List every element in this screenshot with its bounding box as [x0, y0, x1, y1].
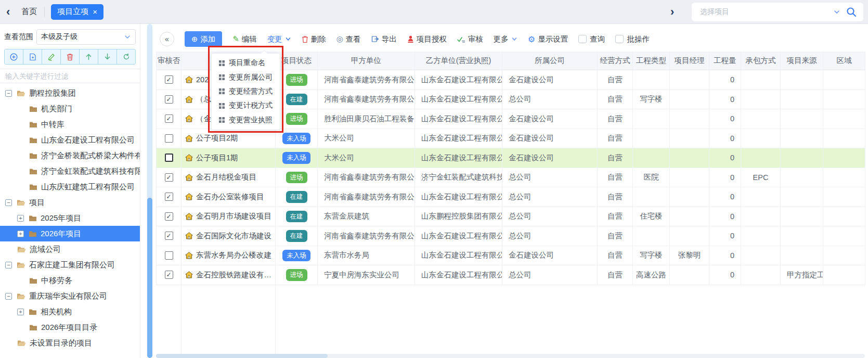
table-row[interactable]: ✓ 金石办公室装修项目 在建 河南省鑫泰建筑劳务有限公 山东金石建设工程有限公司… [157, 187, 865, 207]
project-select[interactable]: 选择项目 [692, 3, 863, 21]
home-tab[interactable]: 首页 [21, 7, 37, 17]
tree-item[interactable]: − 石家庄建工集团有限公司 [0, 257, 140, 273]
change-menu-item[interactable]: 变更所属公司 [212, 71, 280, 84]
search-icon[interactable] [846, 6, 857, 18]
refresh-icon[interactable] [117, 49, 135, 64]
tab-close-icon[interactable]: × [93, 8, 97, 16]
add-circle-icon[interactable] [5, 49, 23, 64]
row-checkbox[interactable]: ✓ [165, 271, 173, 279]
batch-checkbox[interactable]: 批操作 [615, 34, 650, 44]
table-row[interactable]: 公子项目1期 未入场 大米公司 山东金石建设工程有限公司 金石建设公司 自营 0 [157, 148, 865, 168]
tree-item[interactable]: 机关部门 [0, 101, 140, 117]
tree-toggle-icon[interactable]: + [17, 215, 24, 222]
tree-item[interactable]: 中移劳务 [0, 273, 140, 288]
back-icon[interactable]: ‹ [6, 6, 10, 18]
scope-select[interactable]: 本级及子级 [36, 29, 136, 45]
header-cell[interactable]: 甲方单位 [318, 52, 415, 70]
row-checkbox[interactable]: ✓ [165, 114, 173, 123]
table-row[interactable]: ✓ 金石明月市场建设项目 在建 东营金辰建筑 山东鹏程控股集团有限公司 总公司 … [157, 207, 865, 227]
change-button[interactable]: 变更 [267, 34, 291, 44]
tree-item[interactable]: + 相关机构 [0, 304, 140, 319]
tree-toggle-icon[interactable]: − [5, 262, 12, 268]
header-cell[interactable]: 审核否 [157, 52, 182, 70]
row-checkbox[interactable]: ✓ [165, 75, 173, 84]
forward-icon[interactable]: › [670, 6, 674, 18]
tree-item[interactable]: 山东庆虹建筑工程有限公司 [0, 179, 140, 195]
tree-toggle-icon[interactable]: + [17, 231, 24, 237]
row-checkbox[interactable] [165, 134, 173, 143]
change-menu-item[interactable]: 变更营业执照 [212, 113, 280, 127]
tree-item[interactable]: + 2026年项目 [0, 226, 140, 241]
tree-item[interactable]: 济宁金虹装配式建筑科技有限公 [0, 163, 140, 179]
cell-quantity: 0 [709, 168, 741, 188]
add-button[interactable]: ⊕添加 [185, 31, 222, 47]
change-menu-item[interactable]: 变更计税方式 [212, 99, 280, 112]
tree-item[interactable]: 流域公司 [0, 241, 140, 257]
cell-company: 总公司 [502, 168, 598, 188]
row-checkbox[interactable] [165, 251, 173, 260]
table-row[interactable]: ✓ 金石国际文化市场建设 在建 河南省鑫泰建筑劳务有限公 山东金石建设工程有限公… [157, 226, 865, 246]
checkbox[interactable] [615, 35, 624, 43]
header-cell[interactable]: 项目状态 [276, 52, 318, 70]
row-checkbox[interactable]: ✓ [165, 193, 173, 201]
export-button[interactable]: 导出 [371, 34, 397, 44]
row-checkbox[interactable]: ✓ [165, 95, 173, 104]
edit-button[interactable]: ✎编辑 [232, 34, 257, 44]
delete-button[interactable]: 删除 [302, 34, 326, 44]
home-icon [185, 271, 193, 278]
audit-button[interactable]: 审核 [457, 34, 483, 44]
query-checkbox[interactable]: 查询 [578, 34, 605, 44]
tree-item-label: 机关部门 [41, 104, 72, 114]
row-checkbox[interactable]: ✓ [165, 212, 173, 221]
change-menu-item[interactable]: 项目重命名 [212, 56, 280, 70]
grid-icon [219, 74, 225, 80]
tree-item[interactable]: 2026年项目目录 [0, 319, 140, 335]
row-checkbox[interactable] [165, 154, 173, 162]
more-button[interactable]: 更多 [494, 34, 517, 44]
move-up-icon[interactable] [80, 49, 98, 64]
table-row[interactable]: 东营水务局办公楼改建 未入场 东营市水务局 山东金石建设工程有限公司 金石建设公… [157, 246, 865, 266]
row-checkbox[interactable]: ✓ [165, 173, 173, 182]
cell-quantity: 0 [709, 129, 741, 149]
view-button[interactable]: ◎查看 [336, 34, 361, 44]
tree-item[interactable]: 济宁金桥装配式桥梁大构件有 [0, 148, 140, 163]
add-file-icon[interactable] [23, 49, 42, 64]
checkbox[interactable] [578, 35, 587, 43]
change-menu-item[interactable]: 变更经营方式 [212, 85, 280, 98]
tab-project-initiation[interactable]: 项目立项 × [51, 4, 103, 20]
header-cell[interactable]: 工程量 [709, 52, 741, 70]
tree-item[interactable]: 中转库 [0, 117, 140, 132]
table-row[interactable]: ✓ 金石月结税金项目 进场 河南省鑫泰建筑劳务有限公 济宁金虹装配式建筑科技有 … [157, 168, 865, 188]
tree-toggle-icon[interactable]: + [17, 309, 24, 315]
header-cell[interactable]: 承包方式 [741, 52, 781, 70]
table-row[interactable]: 公子项目2期 未入场 大米公司 山东金石建设工程有限公司 金石建设公司 自营 0 [157, 129, 865, 149]
delete-trash-icon[interactable] [61, 49, 80, 64]
tree-item[interactable]: − 重庆瑞华实业有限公司 [0, 288, 140, 304]
tree-filter-input[interactable] [0, 69, 140, 83]
header-cell[interactable]: 所属公司 [502, 52, 598, 70]
header-cell[interactable]: 项目来源 [781, 52, 823, 70]
tree-item[interactable]: 未设置目录的项目 [0, 335, 140, 351]
display-settings-button[interactable]: ⚙显示设置 [528, 34, 568, 44]
move-down-icon[interactable] [98, 49, 117, 64]
scrollbar-thumb[interactable] [156, 354, 328, 358]
tree-item[interactable]: + 2025年项目 [0, 210, 140, 226]
tree-toggle-icon[interactable]: − [5, 293, 12, 300]
tree-item[interactable]: 山东金石建设工程有限公司 [0, 132, 140, 148]
edit-pencil-icon[interactable] [42, 49, 61, 64]
header-cell[interactable]: 项目经理 [670, 52, 709, 70]
header-cell[interactable]: 乙方单位(营业执照) [415, 52, 502, 70]
header-cell[interactable]: 经营方式 [598, 52, 633, 70]
scrollbar-thumb[interactable] [147, 198, 152, 358]
header-cell[interactable]: 工程类型 [633, 52, 670, 70]
row-checkbox[interactable]: ✓ [165, 232, 173, 240]
tree-toggle-icon[interactable]: − [5, 199, 12, 206]
tree-item[interactable]: − 鹏程控股集团 [0, 85, 140, 101]
project-authorize-button[interactable]: 项目授权 [407, 34, 447, 44]
tree-toggle-icon[interactable]: − [5, 90, 12, 97]
tree-item[interactable]: − 项目 [0, 195, 140, 210]
table-row[interactable]: ✓ 金石控股铁路建设有… 进场 宁夏中房海东实业公司 山东金石建设工程有限公司 … [157, 265, 865, 285]
status-badge: 未入场 [282, 152, 310, 164]
collapse-panel-button[interactable]: « [160, 32, 174, 46]
header-cell[interactable]: 区域 [823, 52, 865, 70]
